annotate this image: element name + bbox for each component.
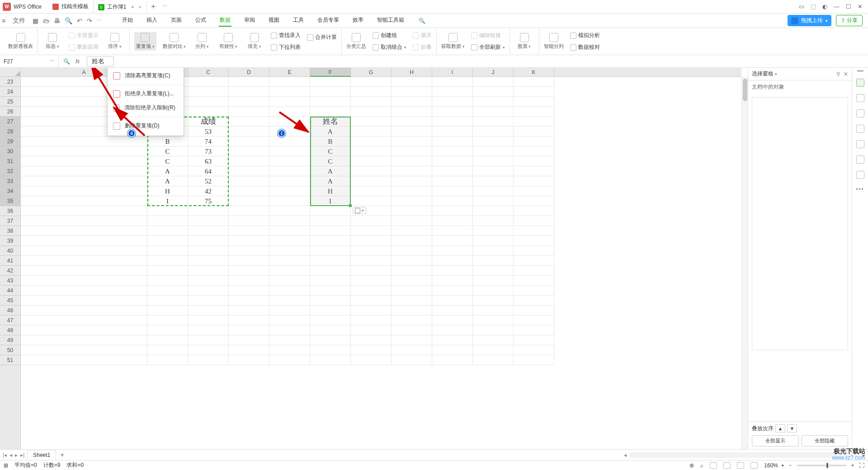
- cell[interactable]: [269, 296, 310, 306]
- view-page-icon[interactable]: [723, 462, 731, 469]
- cube-icon[interactable]: ⬚: [811, 3, 816, 10]
- share-button[interactable]: ⇪ 分享: [836, 15, 863, 26]
- tab-workbook[interactable]: 工作簿1 ×: [94, 0, 147, 13]
- cell[interactable]: [432, 226, 473, 236]
- cell[interactable]: [432, 176, 473, 186]
- pin-icon[interactable]: ⚲: [836, 71, 840, 77]
- cell[interactable]: [269, 166, 310, 176]
- sheet-prev-icon[interactable]: ◂: [9, 452, 12, 458]
- cell[interactable]: [21, 246, 147, 256]
- tab-close-icon[interactable]: ×: [138, 4, 142, 10]
- cell[interactable]: [21, 216, 147, 226]
- cell[interactable]: [432, 335, 473, 345]
- cell[interactable]: [351, 117, 392, 127]
- cell[interactable]: [147, 206, 188, 216]
- close-button[interactable]: ✕: [858, 3, 863, 10]
- row-header[interactable]: 29: [0, 136, 20, 146]
- column-header[interactable]: H: [392, 68, 432, 76]
- menu-工具[interactable]: 工具: [292, 14, 305, 27]
- cell[interactable]: [351, 226, 392, 236]
- cell[interactable]: [473, 127, 514, 136]
- show-all-button[interactable]: 全部显示: [69, 31, 99, 41]
- cell[interactable]: [229, 355, 269, 365]
- cell[interactable]: [229, 146, 269, 156]
- cell[interactable]: [473, 236, 514, 246]
- cell[interactable]: [473, 156, 514, 166]
- filter-button[interactable]: 筛选: [42, 33, 62, 50]
- cell[interactable]: [514, 355, 554, 365]
- cell[interactable]: A: [310, 176, 351, 186]
- cell[interactable]: [269, 335, 310, 345]
- cell[interactable]: [269, 276, 310, 286]
- cell[interactable]: [351, 146, 392, 156]
- cell[interactable]: [351, 335, 392, 345]
- cell[interactable]: [392, 246, 432, 256]
- scroll-thumb[interactable]: [743, 79, 747, 101]
- row-header[interactable]: 48: [0, 325, 20, 335]
- avatar-icon[interactable]: ◐: [822, 3, 827, 10]
- cell[interactable]: [432, 276, 473, 286]
- cell[interactable]: [310, 286, 351, 296]
- cell[interactable]: [432, 97, 473, 107]
- cell[interactable]: [473, 256, 514, 266]
- search-icon[interactable]: 🔍: [419, 18, 425, 24]
- cell[interactable]: [229, 156, 269, 166]
- row-header[interactable]: 44: [0, 286, 20, 296]
- cell[interactable]: [514, 87, 554, 97]
- cell[interactable]: A: [147, 176, 188, 186]
- print-icon[interactable]: 🖶: [54, 17, 60, 24]
- subtotal-button[interactable]: 分类汇总: [346, 33, 366, 50]
- cell[interactable]: [229, 97, 269, 107]
- cell[interactable]: [473, 107, 514, 117]
- cell[interactable]: [432, 325, 473, 335]
- cell[interactable]: [188, 345, 229, 355]
- cell[interactable]: [147, 286, 188, 296]
- cell[interactable]: [514, 97, 554, 107]
- cell[interactable]: [392, 266, 432, 276]
- cell[interactable]: [432, 246, 473, 256]
- cell[interactable]: C: [147, 146, 188, 156]
- cell[interactable]: [310, 87, 351, 97]
- cell[interactable]: A: [310, 127, 351, 136]
- cell[interactable]: [310, 216, 351, 226]
- cell[interactable]: [351, 315, 392, 325]
- cell[interactable]: [147, 256, 188, 266]
- cell[interactable]: [269, 286, 310, 296]
- cell[interactable]: [432, 216, 473, 226]
- cell[interactable]: [473, 286, 514, 296]
- cell[interactable]: [473, 276, 514, 286]
- cell[interactable]: H: [310, 186, 351, 196]
- cell[interactable]: [229, 256, 269, 266]
- cell[interactable]: [351, 246, 392, 256]
- objects-list[interactable]: [752, 97, 848, 350]
- data-check-button[interactable]: 数据校对: [570, 42, 600, 52]
- cell[interactable]: [473, 306, 514, 315]
- cell[interactable]: [392, 296, 432, 306]
- whatif-button[interactable]: 模拟分析: [570, 31, 600, 41]
- cell[interactable]: [392, 355, 432, 365]
- cell[interactable]: [147, 216, 188, 226]
- cell[interactable]: [147, 335, 188, 345]
- cell[interactable]: 73: [188, 146, 229, 156]
- cell[interactable]: 53: [188, 127, 229, 136]
- zoom-slider[interactable]: [797, 465, 846, 466]
- cell[interactable]: [310, 246, 351, 256]
- cell[interactable]: [229, 306, 269, 315]
- column-header[interactable]: I: [432, 68, 473, 76]
- cell[interactable]: [351, 236, 392, 246]
- cell[interactable]: [147, 236, 188, 246]
- open-icon[interactable]: 🗁: [43, 17, 49, 24]
- row-headers[interactable]: 2324252627282930313233343536373839404142…: [0, 77, 21, 449]
- cell[interactable]: 75: [188, 196, 229, 206]
- cell[interactable]: [392, 276, 432, 286]
- cell[interactable]: I: [147, 196, 188, 206]
- cell[interactable]: [310, 266, 351, 276]
- cell[interactable]: [351, 77, 392, 87]
- cell[interactable]: [229, 127, 269, 136]
- cell[interactable]: 74: [188, 136, 229, 146]
- cell[interactable]: [514, 276, 554, 286]
- cell[interactable]: [514, 127, 554, 136]
- cell[interactable]: [514, 286, 554, 296]
- cell[interactable]: [514, 176, 554, 186]
- cell[interactable]: [188, 87, 229, 97]
